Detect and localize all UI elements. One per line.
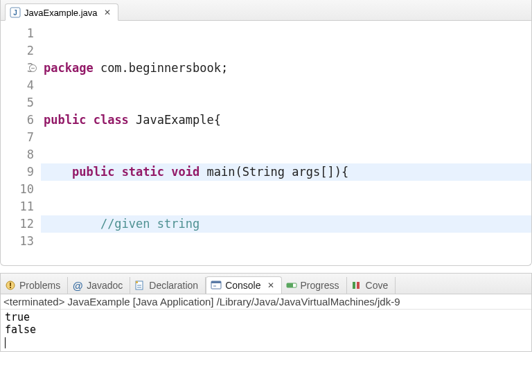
line-number: 13 <box>20 234 34 248</box>
close-icon[interactable]: ✕ <box>104 8 111 17</box>
svg-rect-12 <box>287 283 293 287</box>
code-token: class <box>94 113 129 127</box>
console-icon <box>211 280 222 291</box>
code-token: void <box>171 165 200 179</box>
line-number: 1 <box>27 26 34 40</box>
progress-icon <box>286 280 297 291</box>
problems-icon <box>5 280 16 291</box>
code-area[interactable]: 1 2 3− 4 5 6 7 8 9 10 11 12 13 package c… <box>1 21 531 265</box>
line-number: 6 <box>27 113 34 127</box>
java-file-icon: J <box>10 7 21 18</box>
line-number: 10 <box>20 182 34 196</box>
line-number: 9 <box>27 165 34 179</box>
code-token: public <box>44 113 86 127</box>
code-lines[interactable]: package com.beginnersbook; public class … <box>41 25 531 265</box>
editor-tab-javaexample[interactable]: J JavaExample.java ✕ <box>5 3 118 21</box>
tab-javadoc[interactable]: @ Javadoc <box>68 277 130 294</box>
code-token: static <box>122 165 164 179</box>
console-line: false <box>5 323 527 336</box>
console-line: true <box>5 311 527 323</box>
tab-label: Problems <box>19 280 60 291</box>
line-number: 8 <box>27 148 34 161</box>
javadoc-icon: @ <box>72 280 83 291</box>
tab-console[interactable]: Console ✕ <box>206 276 281 294</box>
line-number: 5 <box>27 96 34 109</box>
code-token: public <box>72 165 114 179</box>
line-number-gutter: 1 2 3− 4 5 6 7 8 9 10 11 12 13 <box>1 25 41 265</box>
tab-coverage[interactable]: Cove <box>347 277 396 294</box>
console-cursor-line <box>5 336 527 348</box>
code-token: JavaExample{ <box>129 113 221 127</box>
svg-rect-9 <box>211 281 221 283</box>
tab-label: Progress <box>301 280 339 291</box>
console-status: <terminated> JavaExample [Java Applicati… <box>1 294 531 310</box>
editor-pane: J JavaExample.java ✕ 1 2 3− 4 5 6 7 8 9 … <box>0 0 532 266</box>
bottom-tab-bar: Problems @ Javadoc Declaration Console ✕… <box>1 274 531 294</box>
svg-rect-14 <box>357 282 360 289</box>
code-token: main(String args[]){ <box>200 165 348 179</box>
tab-progress[interactable]: Progress <box>282 277 347 294</box>
fold-toggle-icon[interactable]: − <box>29 64 37 72</box>
tab-declaration[interactable]: Declaration <box>130 277 206 294</box>
svg-rect-13 <box>353 282 355 289</box>
close-icon[interactable]: ✕ <box>267 280 274 290</box>
line-number: 11 <box>20 199 34 213</box>
editor-tab-bar: J JavaExample.java ✕ <box>1 0 531 21</box>
console-output[interactable]: true false <box>1 310 531 351</box>
tab-label: Console <box>225 280 260 291</box>
editor-tab-label: JavaExample.java <box>24 8 98 18</box>
svg-rect-4 <box>10 287 11 288</box>
tab-problems[interactable]: Problems <box>1 277 68 294</box>
coverage-icon <box>351 280 362 291</box>
bottom-pane: Problems @ Javadoc Declaration Console ✕… <box>0 273 532 352</box>
tab-label: Cove <box>366 280 389 291</box>
svg-text:J: J <box>13 9 17 17</box>
line-number: 12 <box>20 217 34 231</box>
svg-rect-3 <box>10 283 11 286</box>
tab-label: Javadoc <box>87 280 123 291</box>
declaration-icon <box>134 280 145 291</box>
code-token: com.beginnersbook; <box>94 61 228 75</box>
code-comment: //given string <box>100 217 200 231</box>
line-number: 2 <box>27 44 34 57</box>
line-number: 7 <box>27 130 34 144</box>
tab-label: Declaration <box>149 280 198 291</box>
code-token: package <box>44 61 94 75</box>
line-number: 4 <box>27 78 34 92</box>
text-cursor <box>5 337 6 348</box>
